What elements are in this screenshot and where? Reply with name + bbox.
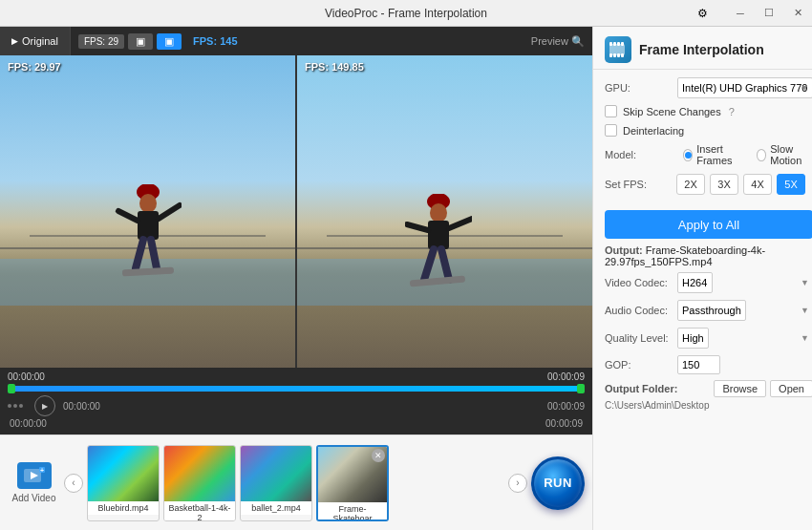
folder-path: C:\Users\Admin\Desktop [605,400,812,411]
timeline-bar[interactable] [8,386,585,392]
time-bottom: 00:00:00 00:00:09 [8,418,585,429]
thumb-name-3: ballet_2.mp4 [241,501,311,515]
thumb-name-2: Basketball-1-4k-2 [164,501,235,521]
film-thumbnails: Bluebird.mp4 Basketball-1-4k-2 ballet_2.… [87,445,504,521]
film-icon [609,42,627,57]
open-button[interactable]: Open [770,380,812,397]
settings-button[interactable]: ⚙ [688,0,716,27]
svg-line-5 [136,240,143,268]
add-video-button[interactable]: + Add Video [8,445,60,521]
skip-scene-row: Skip Scene Changes ? [605,105,812,117]
fps-btn-2x[interactable]: 2X [676,174,705,195]
add-video-icon: + [17,462,52,489]
preview-button[interactable]: Preview 🔍 [531,35,585,48]
model-label: Model: [605,149,672,160]
thumb-name-4: Frame-Skateboar [318,502,387,521]
svg-rect-25 [609,53,612,57]
run-button[interactable]: RUN [531,456,585,510]
dot-3 [19,404,23,408]
minimize-button[interactable]: ─ [726,0,755,27]
scene-overlay-right [297,55,592,368]
quality-select-wrapper: High ▼ [677,328,812,349]
deinterlacing-row: Deinterlacing [605,124,812,137]
thumb-skate[interactable]: ✕ Frame-Skateboar [316,445,389,521]
svg-rect-27 [617,53,620,57]
skip-scene-label: Skip Scene Changes [623,106,721,117]
svg-rect-2 [138,211,159,240]
panel-icon [605,36,631,63]
close-button[interactable]: ✕ [783,0,812,27]
svg-rect-21 [609,42,612,46]
restore-button[interactable]: ☐ [755,0,783,27]
thumb-bluebird[interactable]: Bluebird.mp4 [87,445,160,521]
marker-left [8,384,15,393]
filmstrip: + Add Video ‹ Bluebird.mp4 Basketball-1-… [0,435,592,530]
svg-line-11 [407,224,428,230]
slow-motion-group: Slow Motion [757,143,812,166]
apply-button[interactable]: Apply to All [605,210,812,239]
output-label: Output: [605,244,643,256]
fps-label: Set FPS: [605,179,672,190]
svg-line-6 [151,240,157,268]
audio-codec-select[interactable]: Passthrough [677,300,746,321]
skater-svg-right [405,194,472,299]
run-btn-container: RUN [531,456,585,510]
dot-1 [8,404,11,408]
svg-text:+: + [40,467,44,474]
svg-line-13 [424,249,434,280]
gpu-select[interactable]: Intel(R) UHD Graphics 770 [677,77,812,98]
thumb-name-1: Bluebird.mp4 [88,501,159,515]
svg-rect-28 [621,53,624,57]
audio-codec-label: Audio Codec: [605,305,672,316]
svg-rect-15 [410,276,465,287]
skater-svg-left [115,184,182,289]
thumb-basketball[interactable]: Basketball-1-4k-2 [163,445,236,521]
nav-next-button[interactable]: › [508,474,527,493]
fps-btn-5x[interactable]: 5X [777,174,805,195]
output-folder-row: Output Folder: Browse Open [605,380,812,397]
slow-motion-label: Slow Motion [770,143,812,166]
tab-original[interactable]: ▶ Original [0,27,71,55]
thumb-close-button[interactable]: ✕ [372,449,385,462]
fps-toggle-dark: ▣ [128,33,153,50]
audio-codec-row: Audio Codec: Passthrough ▼ [605,300,812,321]
fps-preview-label: FPS: 145 [193,35,237,47]
thumb-ballet[interactable]: ballet_2.mp4 [240,445,312,521]
thumb-img-1 [88,446,159,501]
svg-line-12 [449,219,472,228]
play-button[interactable]: ▶ [34,395,55,416]
main-container: ▶ Original FPS: 29 ▣ ▣ FPS: 145 Preview … [0,27,812,530]
dot-2 [13,404,17,408]
audio-codec-arrow: ▼ [801,306,809,315]
svg-rect-23 [617,42,620,46]
search-icon: 🔍 [571,35,585,47]
video-codec-select[interactable]: H264 [677,272,713,293]
fps-btn-4x[interactable]: 4X [743,174,772,195]
video-codec-label: Video Codec: [605,277,672,288]
time-current: 00:00:00 [63,401,100,412]
deinterlacing-label: Deinterlacing [623,125,684,137]
fps-badges: FPS: 29 ▣ ▣ FPS: 145 [78,33,238,50]
add-video-label: Add Video [12,493,56,503]
skip-scene-checkbox[interactable] [605,105,617,117]
svg-line-3 [118,211,138,221]
timeline-dots [8,404,23,408]
insert-frames-radio[interactable] [683,149,693,161]
thumb-img-2 [164,446,235,501]
quality-row: Quality Level: High ▼ [605,328,812,349]
svg-rect-7 [121,267,173,277]
marker-right [577,384,585,393]
deinterlacing-checkbox[interactable] [605,124,617,137]
fps-btn-3x[interactable]: 3X [710,174,738,195]
slow-motion-radio[interactable] [757,149,766,161]
browse-button[interactable]: Browse [714,380,766,397]
gop-input[interactable] [677,355,720,374]
nav-prev-button[interactable]: ‹ [64,474,83,493]
gop-label: GOP: [605,359,672,371]
quality-select[interactable]: High [677,328,709,349]
window-controls: ─ ☐ ✕ [726,0,812,26]
timeline-controls: ▶ 00:00:00 00:00:09 [8,395,585,416]
film-add-icon: + [24,467,45,484]
timeline-top: 00:00:00 00:00:09 [8,371,585,382]
svg-line-14 [441,249,449,280]
